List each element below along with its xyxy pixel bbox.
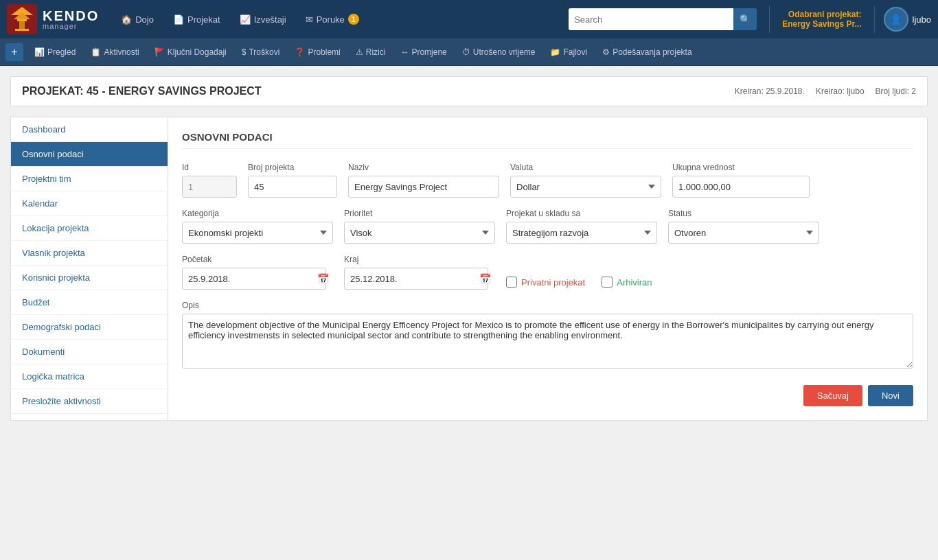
messages-badge: 1 — [348, 14, 359, 25]
top-navigation: KENDO manager 🏠 Dojo 📄 Projekat 📈 Izvešt… — [0, 0, 938, 38]
mail-icon: ✉ — [306, 14, 313, 25]
privatni-checkbox-item: Privatni projekat — [506, 277, 585, 288]
kraj-field[interactable] — [344, 268, 488, 290]
form-group-checkboxes: Privatni projekat Arhiviran — [506, 255, 652, 288]
nav-rizici[interactable]: ⚠ Rizici — [349, 45, 393, 60]
selected-project-name: Energy Savings Pr... — [782, 19, 861, 29]
nav-utroseno[interactable]: ⏱ Utrošeno vrijeme — [455, 45, 542, 60]
question-icon: ❓ — [295, 47, 305, 57]
ukupna-field[interactable] — [672, 176, 810, 198]
nav-divider-2 — [874, 5, 875, 33]
add-button[interactable]: + — [5, 43, 23, 61]
kategorija-label: Kategorija — [182, 209, 333, 218]
sidebar-item-demografski[interactable]: Demografski podaci — [11, 315, 168, 340]
form-group-id: Id — [182, 163, 237, 198]
sidebar-item-logicka[interactable]: Logička matrica — [11, 364, 168, 389]
pocetak-field[interactable] — [182, 268, 326, 290]
nav-troskovi[interactable]: $ Troškovi — [235, 45, 287, 60]
kreiran-label: Kreiran: 25.9.2018. — [735, 86, 805, 96]
nav-projekat[interactable]: 📄 Projekat — [165, 10, 229, 29]
id-field — [182, 176, 237, 198]
ukupna-label: Ukupna vrednost — [672, 163, 810, 172]
search-input[interactable] — [569, 8, 733, 30]
kreirao-label: Kreirao: ljubo — [816, 86, 865, 96]
opis-textarea[interactable] — [182, 314, 913, 369]
gear-icon: ⚙ — [602, 47, 610, 57]
avatar[interactable]: 👤 — [884, 7, 908, 32]
main-panel: OSNOVNI PODACI Id Broj projekta Naziv Va… — [168, 117, 928, 421]
logo-manager: manager — [43, 23, 99, 30]
arhiviran-checkbox-item: Arhiviran — [602, 277, 652, 288]
nav-pregled[interactable]: 📊 Pregled — [27, 45, 82, 60]
nav-kljucni-dogadjaji[interactable]: 🚩 Ključni Događaji — [148, 45, 233, 60]
nav-problemi[interactable]: ❓ Problemi — [288, 45, 347, 60]
pocetak-input-wrapper: 📅 — [182, 268, 333, 290]
logo-kendo: KENDO — [43, 9, 99, 23]
sidebar-item-lokacija[interactable]: Lokacija projekta — [11, 216, 168, 241]
kraj-label: Kraj — [344, 255, 495, 264]
opis-label: Opis — [182, 301, 913, 310]
flag-icon: 🚩 — [155, 47, 165, 57]
arhiviran-checkbox[interactable] — [602, 277, 613, 288]
kraj-calendar-icon[interactable]: 📅 — [479, 273, 491, 284]
arrows-icon: ↔ — [400, 47, 409, 57]
nav-poruke[interactable]: ✉ Poruke 1 — [297, 10, 367, 29]
sidebar-item-vlasnik[interactable]: Vlasnik projekta — [11, 241, 168, 266]
folder-icon: 📁 — [550, 47, 560, 57]
project-meta: Kreiran: 25.9.2018. Kreirao: ljubo Broj … — [735, 86, 916, 96]
search-area: 🔍 — [569, 8, 757, 30]
skladu-select[interactable]: Strategijom razvojaBudžetomPlanom — [506, 222, 657, 244]
pocetak-calendar-icon[interactable]: 📅 — [317, 273, 329, 284]
form-group-status: Status OtvorenZatvorenNa čekanju — [668, 209, 819, 244]
warning-icon: ⚠ — [356, 47, 363, 57]
sidebar-item-korisnici[interactable]: Korisnici projekta — [11, 266, 168, 290]
sidebar-item-dokumenti[interactable]: Dokumenti — [11, 340, 168, 364]
status-select[interactable]: OtvorenZatvorenNa čekanju — [668, 222, 819, 244]
svg-rect-5 — [15, 29, 29, 31]
kraj-input-wrapper: 📅 — [344, 268, 495, 290]
form-group-valuta: Valuta DollarEuroUSD — [510, 163, 661, 198]
nav-fajlovi[interactable]: 📁 Fajlovi — [543, 45, 594, 60]
nav-izvestaji[interactable]: 📈 Izveštaji — [231, 10, 295, 29]
home-icon: 🏠 — [121, 14, 132, 25]
search-button[interactable]: 🔍 — [733, 8, 757, 30]
search-icon: 🔍 — [740, 14, 751, 25]
sidebar-item-dashboard[interactable]: Dashboard — [11, 117, 168, 142]
arhiviran-label: Arhiviran — [617, 277, 652, 288]
page-title: PROJEKAT: 45 - ENERGY SAVINGS PROJECT — [22, 85, 262, 97]
nav-dojo[interactable]: 🏠 Dojo — [113, 10, 162, 29]
form-group-naziv: Naziv — [348, 163, 499, 198]
time-icon: ⏱ — [462, 47, 470, 57]
top-nav-links: 🏠 Dojo 📄 Projekat 📈 Izveštaji ✉ Poruke 1 — [113, 10, 562, 29]
skladu-label: Projekat u skladu sa — [506, 209, 657, 218]
nav-aktivnosti[interactable]: 📋 Aktivnosti — [84, 45, 146, 60]
layout: Dashboard Osnovni podaci Projektni tim K… — [10, 117, 928, 421]
main-content: PROJEKAT: 45 - ENERGY SAVINGS PROJECT Kr… — [0, 66, 938, 431]
form-group-pocetak: Početak 📅 — [182, 255, 333, 290]
sidebar-item-budzet[interactable]: Budžet — [11, 290, 168, 315]
prioritet-select[interactable]: VisokSrednjiNizak — [344, 222, 495, 244]
nav-podesavanja[interactable]: ⚙ Podešavanja projekta — [595, 45, 698, 60]
sidebar-item-preslozi[interactable]: Presložite aktivnosti — [11, 389, 168, 414]
sidebar-item-kalendar[interactable]: Kalendar — [11, 191, 168, 216]
broj-projekta-field[interactable] — [248, 176, 337, 198]
new-button[interactable]: Novi — [868, 385, 913, 406]
sidebar-item-projektni-tim[interactable]: Projektni tim — [11, 167, 168, 191]
second-navigation: + 📊 Pregled 📋 Aktivnosti 🚩 Ključni Događ… — [0, 38, 938, 66]
selected-project-area: Odabrani projekat: Energy Savings Pr... — [782, 10, 861, 29]
naziv-label: Naziv — [348, 163, 499, 172]
kategorija-select[interactable]: Ekonomski projektiSocijalni projektiInfr… — [182, 222, 333, 244]
id-label: Id — [182, 163, 237, 172]
nav-divider — [769, 5, 770, 33]
naziv-field[interactable] — [348, 176, 499, 198]
sidebar-item-osnovni-podaci[interactable]: Osnovni podaci — [11, 142, 168, 167]
save-button[interactable]: Sačuvaj — [803, 385, 862, 406]
prioritet-label: Prioritet — [344, 209, 495, 218]
checkbox-row: Privatni projekat Arhiviran — [506, 277, 652, 288]
privatni-checkbox[interactable] — [506, 277, 517, 288]
logo[interactable]: KENDO manager — [7, 4, 99, 34]
form-group-ukupna: Ukupna vrednost — [672, 163, 810, 198]
valuta-select[interactable]: DollarEuroUSD — [510, 176, 661, 198]
nav-promjene[interactable]: ↔ Promjene — [393, 45, 453, 60]
form-group-prioritet: Prioritet VisokSrednjiNizak — [344, 209, 495, 244]
